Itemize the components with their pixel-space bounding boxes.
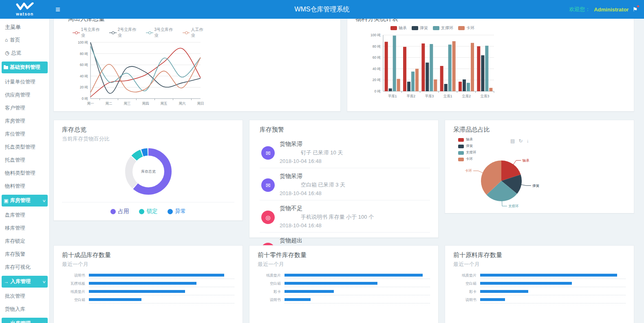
- sidebar-group-出库管理[interactable]: ←出库管理∨: [2, 318, 48, 323]
- sidebar-item-客户管理[interactable]: 客户管理: [0, 101, 49, 114]
- logo-text: watson: [16, 12, 33, 16]
- hbar-bar[interactable]: [89, 298, 141, 301]
- legend-item-支撑环[interactable]: 支撑环: [458, 150, 476, 155]
- line-marker-icon: [146, 31, 153, 34]
- hbar-divider: [285, 287, 430, 287]
- sidebar-item-库存可视化[interactable]: 库存可视化: [0, 261, 49, 274]
- hbar-row-空白箱: 空白箱: [453, 282, 626, 287]
- sidebar-item-物料管理[interactable]: 物料管理: [0, 180, 49, 193]
- legend-item-占用[interactable]: 占用: [110, 208, 129, 215]
- overview-icon: ◷: [5, 50, 9, 56]
- hbar-bar[interactable]: [89, 290, 185, 293]
- hbar-row-彩卡: 彩卡: [453, 290, 626, 295]
- legend-item-支撑环[interactable]: 支撑环: [433, 25, 453, 31]
- legend-item-人工作业[interactable]: 人工作业: [183, 27, 207, 38]
- download-icon[interactable]: ↓: [526, 138, 529, 144]
- legend-item-锁定[interactable]: 锁定: [139, 208, 158, 215]
- card-top-raw: 前十原料库存数量 最近一个月 纸质垫片空白箱彩卡说明书: [445, 245, 634, 323]
- hbar-row-纸质垫片: 纸质垫片: [62, 290, 234, 295]
- hbar-bar[interactable]: [285, 274, 423, 277]
- sidebar-group-入库管理[interactable]: →入库管理∨: [2, 276, 48, 288]
- menu-toggle-icon[interactable]: ≡: [55, 5, 60, 13]
- hbar-divider: [480, 279, 626, 279]
- sidebar-item-托盘类型管理[interactable]: 托盘类型管理: [0, 141, 49, 154]
- hbar-row-空白箱: 空白箱: [62, 298, 234, 303]
- inventory-donut-chart: 库存总览: [121, 144, 176, 199]
- hbar-label: 空白箱: [258, 282, 285, 286]
- swatch-icon: [458, 26, 465, 30]
- card-weekly-io: 一周出入库总量 1号立库作业2号立库作业3号立库作业人工作业 0 吨20 吨40…: [53, 9, 341, 112]
- hbar-divider: [89, 287, 234, 287]
- sidebar-item-总览[interactable]: ◷总览: [0, 46, 49, 59]
- alert-item[interactable]: ✉货物呆滞空白箱 已呆滞 3 天2018-10-04 16:48: [260, 168, 430, 200]
- sidebar-item-首页[interactable]: ⌂首页: [0, 33, 49, 46]
- swatch-icon: [458, 158, 464, 161]
- folder-icon: [4, 66, 8, 69]
- svg-text:立库1: 立库1: [443, 94, 452, 98]
- legend-item-卡环[interactable]: 卡环: [458, 157, 476, 162]
- sidebar-item-货物入库[interactable]: 货物入库: [0, 303, 49, 316]
- refresh-icon[interactable]: ↻: [518, 138, 523, 144]
- parts-hbar-chart: 纸质垫片空白箱彩卡说明书: [258, 274, 430, 303]
- hbar-bar[interactable]: [89, 282, 196, 285]
- box-icon: ▣: [4, 198, 9, 204]
- legend-item-轴承[interactable]: 轴承: [458, 137, 476, 142]
- sidebar-item-托盘管理[interactable]: 托盘管理: [0, 154, 49, 167]
- card-subtitle: 当前库存货物百分比: [62, 135, 234, 143]
- home-icon: ⌂: [5, 37, 8, 43]
- alert-item[interactable]: ✉货物呆滞钉子 已呆滞 10 天2018-10-04 16:48: [260, 136, 430, 168]
- hbar-bar[interactable]: [285, 282, 377, 285]
- svg-text:卡环: 卡环: [465, 169, 472, 173]
- sidebar-item-移库管理[interactable]: 移库管理: [0, 222, 49, 235]
- sidebar-item-物料类型管理[interactable]: 物料类型管理: [0, 167, 49, 180]
- hbar-bar[interactable]: [480, 282, 572, 285]
- legend-item-2号立库作业[interactable]: 2号立库作业: [109, 27, 140, 38]
- top-header: watson ≡ WMS仓库管理系统 欢迎您： Administrator ⚑: [0, 0, 644, 19]
- legend-item-1号立库作业[interactable]: 1号立库作业: [73, 27, 104, 38]
- finished-hbar-chart: 说明书瓦楞纸板纸质垫片空白箱: [62, 274, 234, 303]
- swatch-icon: [433, 26, 439, 30]
- app-logo[interactable]: watson: [0, 0, 50, 19]
- legend-item-轴承[interactable]: 轴承: [390, 25, 407, 31]
- svg-text:轴承: 轴承: [522, 158, 529, 163]
- legend-item-弹簧[interactable]: 弹簧: [412, 25, 428, 31]
- sidebar-item-批次管理[interactable]: 批次管理: [0, 290, 49, 303]
- svg-text:60 吨: 60 吨: [80, 63, 88, 67]
- dot-icon: [110, 209, 116, 214]
- legend-item-异常[interactable]: 异常: [168, 208, 186, 215]
- sidebar-item-库存预警[interactable]: 库存预警: [0, 248, 49, 261]
- hbar-label: 说明书: [453, 298, 480, 302]
- hbar-bar[interactable]: [285, 298, 311, 301]
- legend-item-3号立库作业[interactable]: 3号立库作业: [146, 27, 177, 38]
- sidebar-group-基础资料管理[interactable]: 基础资料管理: [2, 62, 48, 73]
- weekly-line-chart: 0 吨20 吨40 吨60 吨80 吨100 吨周一周二周三周四周五周六周日: [73, 38, 207, 111]
- svg-text:40 吨: 40 吨: [80, 74, 88, 78]
- sidebar-item-供应商管理[interactable]: 供应商管理: [0, 88, 49, 101]
- current-username[interactable]: Administrator: [594, 7, 629, 13]
- sidebar-item-盘库管理[interactable]: 盘库管理: [0, 209, 49, 222]
- sidebar-item-计量单位管理[interactable]: 计量单位管理: [0, 75, 49, 88]
- hbar-divider: [480, 303, 626, 303]
- legend-item-弹簧[interactable]: 弹簧: [458, 144, 476, 149]
- svg-text:周二: 周二: [106, 101, 113, 105]
- svg-text:平库3: 平库3: [425, 94, 434, 98]
- hbar-label: 纸质垫片: [453, 274, 480, 277]
- sidebar-group-库房管理[interactable]: ▣库房管理∨: [2, 195, 48, 207]
- raw-hbar-chart: 纸质垫片空白箱彩卡说明书: [453, 274, 626, 303]
- hbar-bar[interactable]: [89, 274, 224, 277]
- hbar-bar[interactable]: [480, 298, 505, 301]
- sidebar-item-库存锁定[interactable]: 库存锁定: [0, 235, 49, 248]
- hbar-bar[interactable]: [480, 290, 528, 293]
- alert-item[interactable]: ◎货物不足手机说明书 库存量 小于 100 个2018-10-04 16:48: [260, 200, 430, 232]
- svg-text:平库2: 平库2: [406, 94, 415, 98]
- svg-text:支撑环: 支撑环: [508, 204, 519, 208]
- legend-item-卡环[interactable]: 卡环: [458, 25, 474, 31]
- hbar-bar[interactable]: [285, 290, 334, 293]
- sidebar-item-库房管理[interactable]: 库房管理: [0, 114, 49, 127]
- data-view-icon[interactable]: ▤: [510, 138, 515, 144]
- card-stagnant-ratio: 呆滞品总占比 轴承弹簧支撑环卡环 ▤ ↻ ↓ 轴承弹簧支撑环卡环: [445, 120, 634, 213]
- sidebar-item-库位管理[interactable]: 库位管理: [0, 127, 49, 141]
- notification-flag-icon[interactable]: ⚑: [632, 6, 637, 13]
- hbar-bar[interactable]: [480, 274, 617, 277]
- hbar-label: 说明书: [62, 274, 89, 277]
